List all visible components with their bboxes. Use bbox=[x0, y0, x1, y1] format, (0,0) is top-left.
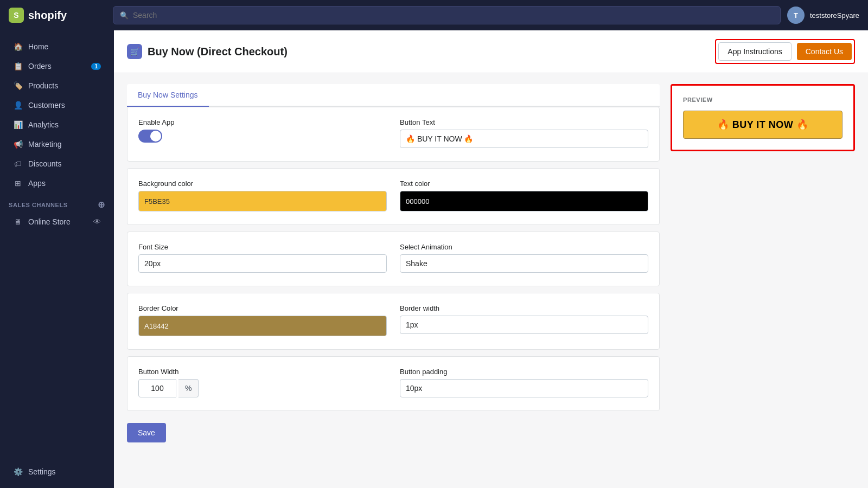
border-width-input[interactable] bbox=[400, 316, 648, 334]
text-color-swatch: 000000 bbox=[400, 191, 648, 211]
sidebar-item-marketing[interactable]: 📢 Marketing bbox=[4, 135, 110, 153]
header-buttons: App Instructions Contact Us bbox=[715, 39, 855, 64]
color-row: Background color F5BE35 Text color bbox=[138, 179, 648, 211]
marketing-icon: 📢 bbox=[13, 139, 23, 149]
button-width-group: Button Width % bbox=[138, 368, 387, 397]
font-size-label: Font Size bbox=[138, 243, 387, 251]
button-width-number-input[interactable] bbox=[138, 379, 176, 397]
color-card: Background color F5BE35 Text color bbox=[127, 168, 660, 225]
sales-channels-label: SALES CHANNELS bbox=[9, 202, 68, 208]
border-color-input-wrap[interactable]: A18442 bbox=[138, 316, 387, 336]
text-color-label: Text color bbox=[400, 179, 648, 188]
logo-text: shopify bbox=[28, 9, 67, 22]
add-sales-channel-icon[interactable]: ⊕ bbox=[98, 200, 105, 210]
bg-color-swatch: F5BE35 bbox=[139, 191, 386, 211]
orders-icon: 📋 bbox=[13, 61, 23, 71]
page-app-icon: 🛒 bbox=[127, 44, 142, 59]
avatar[interactable]: T bbox=[787, 7, 805, 24]
sidebar-label-products: Products bbox=[28, 81, 58, 90]
enable-button-card: Enable App Button Text bbox=[127, 107, 660, 162]
sidebar-item-products[interactable]: 🏷️ Products bbox=[4, 76, 110, 95]
width-padding-row: Button Width % Button padding bbox=[138, 368, 648, 397]
button-text-input[interactable] bbox=[400, 130, 648, 148]
settings-icon: ⚙️ bbox=[13, 467, 23, 477]
button-width-label: Button Width bbox=[138, 368, 387, 376]
sidebar: 🏠 Home 📋 Orders 1 🏷️ Products 👤 Customer… bbox=[0, 30, 114, 488]
preview-card: PREVIEW 🔥 BUY IT NOW 🔥 bbox=[671, 84, 855, 151]
button-width-unit: % bbox=[178, 379, 199, 397]
bg-color-input-wrap[interactable]: F5BE35 bbox=[138, 191, 387, 211]
enable-app-toggle[interactable] bbox=[138, 130, 162, 143]
enable-button-row: Enable App Button Text bbox=[138, 118, 648, 148]
page-header: 🛒 Buy Now (Direct Checkout) App Instruct… bbox=[114, 30, 868, 73]
page-title-row: 🛒 Buy Now (Direct Checkout) bbox=[127, 44, 288, 59]
sidebar-label-discounts: Discounts bbox=[28, 159, 61, 168]
sidebar-item-customers[interactable]: 👤 Customers bbox=[4, 96, 110, 114]
button-width-input-group: % bbox=[138, 379, 387, 397]
border-color-value: A18442 bbox=[144, 322, 169, 330]
search-input[interactable] bbox=[133, 11, 774, 20]
shopify-bag-icon: S bbox=[9, 8, 24, 23]
sidebar-label-marketing: Marketing bbox=[28, 140, 61, 149]
shopify-logo: S shopify bbox=[9, 8, 106, 23]
font-size-input[interactable] bbox=[138, 254, 387, 273]
text-color-value: 000000 bbox=[406, 197, 429, 206]
animation-input[interactable] bbox=[400, 254, 648, 273]
border-card: Border Color A18442 Border width bbox=[127, 293, 660, 350]
sidebar-label-orders: Orders bbox=[28, 62, 52, 70]
tab-label: Buy Now Settings bbox=[138, 91, 198, 99]
customers-icon: 👤 bbox=[13, 100, 23, 110]
products-icon: 🏷️ bbox=[13, 81, 23, 91]
sidebar-item-analytics[interactable]: 📊 Analytics bbox=[4, 115, 110, 134]
discounts-icon: 🏷 bbox=[13, 159, 23, 169]
sidebar-item-apps[interactable]: ⊞ Apps bbox=[4, 174, 110, 192]
button-text-group: Button Text bbox=[400, 118, 648, 148]
settings-panel: Buy Now Settings Enable App Button T bbox=[127, 84, 660, 442]
content-area: Buy Now Settings Enable App Button T bbox=[114, 73, 868, 453]
preview-panel: PREVIEW 🔥 BUY IT NOW 🔥 bbox=[671, 84, 855, 442]
contact-us-button[interactable]: Contact Us bbox=[797, 43, 852, 60]
border-row: Border Color A18442 Border width bbox=[138, 304, 648, 336]
page-title: Buy Now (Direct Checkout) bbox=[148, 46, 288, 58]
sidebar-label-settings: Settings bbox=[28, 467, 56, 476]
sidebar-label-analytics: Analytics bbox=[28, 120, 59, 129]
sidebar-label-online-store: Online Store bbox=[28, 217, 71, 226]
width-padding-card: Button Width % Button padding bbox=[127, 356, 660, 411]
save-button[interactable]: Save bbox=[127, 423, 166, 442]
border-color-group: Border Color A18442 bbox=[138, 304, 387, 336]
enable-toggle-wrap bbox=[138, 130, 387, 143]
sidebar-label-apps: Apps bbox=[28, 179, 46, 188]
sidebar-item-settings[interactable]: ⚙️ Settings bbox=[4, 463, 110, 481]
font-size-group: Font Size bbox=[138, 243, 387, 273]
button-padding-group: Button padding bbox=[400, 368, 648, 397]
bg-color-value: F5BE35 bbox=[144, 197, 170, 206]
sales-channels-section: SALES CHANNELS ⊕ bbox=[0, 193, 114, 212]
font-animation-card: Font Size Select Animation bbox=[127, 232, 660, 286]
text-color-group: Text color 000000 bbox=[400, 179, 648, 211]
border-color-swatch: A18442 bbox=[139, 316, 386, 336]
online-store-icon: 🖥 bbox=[13, 217, 23, 227]
animation-label: Select Animation bbox=[400, 243, 648, 251]
apps-icon: ⊞ bbox=[13, 178, 23, 188]
text-color-input-wrap[interactable]: 000000 bbox=[400, 191, 648, 211]
sidebar-item-online-store[interactable]: 🖥 Online Store 👁 bbox=[4, 213, 110, 231]
tab-buy-now-settings[interactable]: Buy Now Settings bbox=[127, 84, 209, 107]
app-instructions-button[interactable]: App Instructions bbox=[718, 42, 791, 61]
button-padding-input[interactable] bbox=[400, 379, 648, 397]
preview-label: PREVIEW bbox=[683, 97, 843, 103]
home-icon: 🏠 bbox=[13, 42, 23, 52]
sidebar-item-orders[interactable]: 📋 Orders 1 bbox=[4, 57, 110, 75]
sidebar-label-home: Home bbox=[28, 42, 48, 51]
button-padding-label: Button padding bbox=[400, 368, 648, 376]
font-animation-row: Font Size Select Animation bbox=[138, 243, 648, 273]
animation-group: Select Animation bbox=[400, 243, 648, 273]
analytics-icon: 📊 bbox=[13, 120, 23, 130]
border-color-label: Border Color bbox=[138, 304, 387, 312]
search-bar[interactable]: 🔍 bbox=[113, 6, 781, 24]
sidebar-item-home[interactable]: 🏠 Home bbox=[4, 37, 110, 56]
preview-button[interactable]: 🔥 BUY IT NOW 🔥 bbox=[683, 111, 843, 139]
main-content: 🛒 Buy Now (Direct Checkout) App Instruct… bbox=[114, 30, 868, 488]
sidebar-item-discounts[interactable]: 🏷 Discounts bbox=[4, 155, 110, 173]
tab-bar: Buy Now Settings bbox=[127, 84, 660, 107]
sidebar-label-customers: Customers bbox=[28, 101, 65, 110]
